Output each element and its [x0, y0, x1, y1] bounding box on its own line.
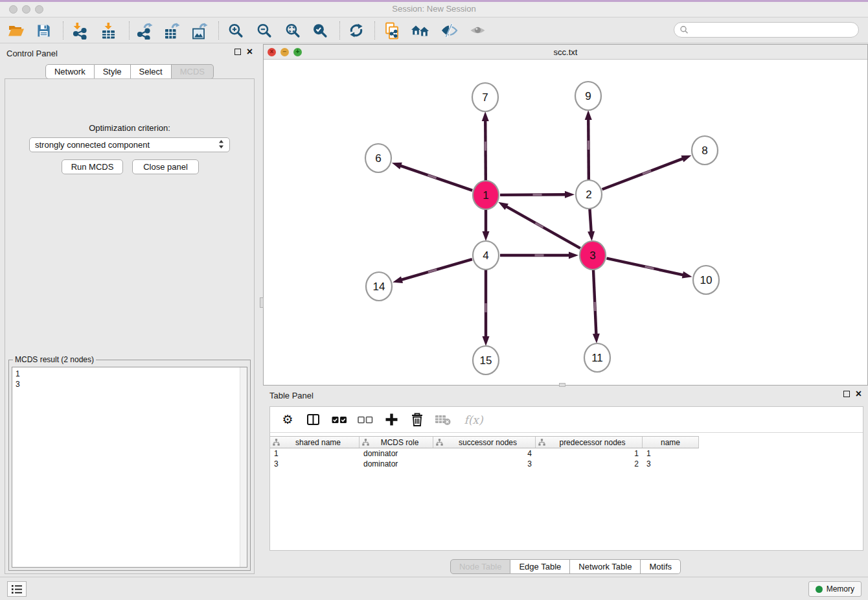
float-panel-icon[interactable] — [234, 49, 241, 55]
table-row[interactable]: 3dominator323 — [270, 459, 699, 469]
float-table-panel-icon[interactable] — [843, 391, 850, 397]
toolbar-separator — [339, 21, 340, 40]
zoom-out-button[interactable] — [254, 21, 273, 40]
select-all-button[interactable] — [331, 411, 348, 428]
table-row[interactable]: 1dominator411 — [270, 448, 699, 459]
columns-icon — [306, 413, 321, 426]
node-table: shared name MCDS role successor nodes pr… — [270, 436, 863, 469]
network-view-window: × − + scc.txt 7968124314101511 — [263, 44, 868, 386]
edge-arrowhead — [498, 202, 508, 210]
deselect-all-button[interactable] — [357, 411, 374, 428]
zoom-in-button[interactable] — [225, 21, 245, 40]
tab-edge-table[interactable]: Edge Table — [510, 559, 570, 574]
edge-arrowhead — [483, 336, 490, 346]
mcds-result-text: 13 — [12, 367, 239, 567]
delete-table-button[interactable] — [435, 411, 451, 428]
node-label: 6 — [375, 152, 381, 165]
node-label: 1 — [483, 189, 488, 202]
tab-select[interactable]: Select — [131, 64, 172, 79]
node-label: 2 — [586, 189, 591, 201]
main-titlebar: Session: New Session — [0, 2, 868, 17]
zoom-selected-button[interactable] — [310, 21, 329, 40]
zoom-fit-button[interactable] — [282, 21, 302, 40]
network-window-titlebar: × − + scc.txt — [264, 45, 867, 60]
tab-style[interactable]: Style — [95, 64, 131, 79]
duplicate-network-button[interactable] — [382, 21, 402, 40]
column-layout-button[interactable] — [305, 411, 322, 428]
criterion-value: strongly connected component — [35, 140, 150, 150]
memory-label: Memory — [827, 584, 854, 594]
graph-edge[interactable] — [589, 209, 591, 233]
tab-node-table[interactable]: Node Table — [450, 559, 511, 574]
toolbar-separator — [129, 21, 130, 40]
panel-divider-handle[interactable] — [260, 297, 264, 308]
result-scrollbar[interactable] — [240, 367, 247, 567]
import-network-icon — [71, 22, 89, 40]
node-table-body: 1dominator4113dominator323 — [270, 448, 863, 469]
show-eye-icon — [469, 23, 486, 38]
optimization-criterion-select[interactable]: strongly connected component — [29, 137, 230, 152]
mcds-panel: Optimization criterion: strongly connect… — [5, 78, 255, 574]
window-title: Session: New Session — [0, 4, 868, 14]
tab-motifs[interactable]: Motifs — [641, 559, 681, 574]
save-session-button[interactable] — [34, 21, 53, 40]
hide-selected-button[interactable] — [439, 21, 459, 40]
network-canvas[interactable]: 7968124314101511 — [264, 60, 867, 385]
status-bar: Memory — [0, 577, 868, 600]
edge-arrowhead — [565, 191, 575, 198]
export-image-button[interactable] — [190, 21, 209, 40]
run-mcds-button[interactable]: Run MCDS — [62, 159, 123, 174]
edge-label — [485, 303, 486, 312]
import-network-button[interactable] — [70, 21, 89, 40]
node-label: 9 — [585, 90, 591, 102]
memory-button[interactable]: Memory — [808, 581, 862, 597]
export-table-button[interactable] — [162, 21, 181, 40]
open-session-button[interactable] — [6, 21, 26, 40]
task-history-button[interactable] — [7, 581, 27, 597]
node-label: 11 — [591, 352, 603, 364]
export-network-button[interactable] — [135, 21, 154, 40]
column-header-successor-nodes[interactable]: successor nodes — [433, 437, 536, 448]
edge-label — [594, 302, 597, 311]
table-settings-button[interactable]: ⚙ — [279, 411, 296, 428]
duplicate-network-icon — [383, 22, 401, 40]
import-table-button[interactable] — [98, 21, 118, 40]
zoom-fit-icon — [284, 23, 301, 39]
mcds-result-view[interactable]: 13 — [12, 367, 247, 568]
export-network-icon — [136, 22, 154, 40]
refresh-layout-button[interactable] — [347, 21, 366, 40]
column-header-shared-name[interactable]: shared name — [270, 437, 360, 448]
edge-arrowhead — [483, 231, 490, 241]
function-icon: f(x) — [464, 413, 483, 426]
node-label: 10 — [700, 274, 713, 286]
edge-arrowhead — [681, 156, 691, 162]
edge-arrowhead — [392, 163, 402, 169]
tab-mcds[interactable]: MCDS — [172, 64, 214, 79]
first-neighbors-button[interactable] — [411, 21, 430, 40]
node-label: 4 — [483, 249, 488, 262]
toolbar-separator — [218, 21, 219, 40]
show-all-button[interactable] — [468, 21, 487, 40]
add-row-button[interactable] — [383, 411, 400, 428]
column-header-mcds-role[interactable]: MCDS role — [360, 437, 433, 448]
tab-network-table[interactable]: Network Table — [570, 559, 641, 574]
network-window-title: scc.txt — [264, 47, 867, 57]
open-folder-icon — [8, 23, 25, 38]
apply-function-button[interactable]: f(x) — [461, 411, 486, 428]
search-input[interactable] — [692, 25, 853, 34]
search-icon — [680, 25, 689, 34]
tab-network[interactable]: Network — [45, 64, 95, 79]
column-header-predecessor-nodes[interactable]: predecessor nodes — [536, 437, 643, 448]
edge-label — [428, 269, 437, 273]
edge-label — [532, 194, 542, 196]
column-header-name[interactable]: name — [643, 437, 699, 448]
edge-arrowhead — [585, 110, 592, 120]
control-panel-tabbar: Network Style Select MCDS — [45, 64, 214, 79]
close-table-panel-icon[interactable]: × — [856, 390, 862, 398]
delete-row-button[interactable] — [409, 411, 426, 428]
node-label: 8 — [702, 144, 707, 157]
close-panel-button[interactable]: Close panel — [132, 159, 199, 174]
close-panel-icon[interactable]: × — [247, 48, 253, 56]
export-image-icon — [191, 22, 209, 40]
control-panel-title: Control Panel — [6, 49, 58, 58]
